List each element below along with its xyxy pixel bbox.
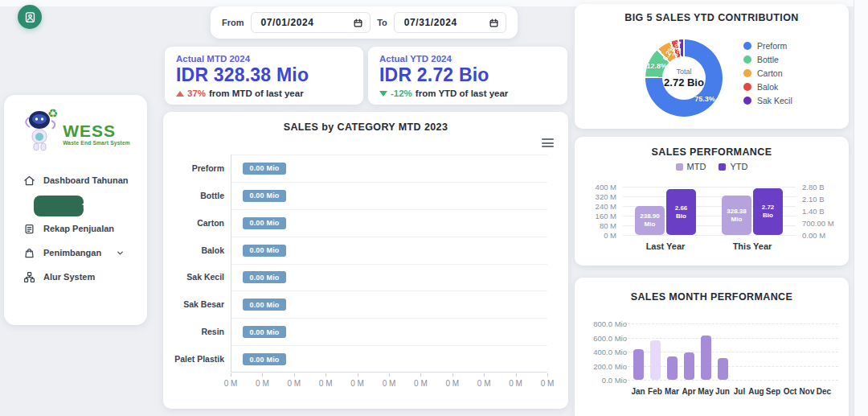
performance-bar-mtd-last-year: 238.90Mio	[635, 206, 665, 235]
left-axis-tick-label: 320 M	[581, 192, 616, 201]
left-axis-tick-label: 240 M	[581, 202, 616, 211]
robot-mascot-icon: ♻	[21, 106, 63, 156]
performance-bar-ytd-last-year: 2.66Bio	[666, 189, 696, 235]
sidebar-item-label: Dashboard Penjualan	[101, 195, 147, 214]
legend-label: YTD	[730, 162, 747, 171]
x-tick	[516, 373, 517, 377]
month-bar-feb	[650, 340, 661, 380]
y-axis-tick-label: 0.0 Mio	[585, 376, 627, 385]
month-bar-jan	[633, 349, 644, 380]
sales-month-performance-card: SALES MONTH PERFORMANCE 800.0 Mio600.0 M…	[575, 278, 849, 416]
calendar-icon[interactable]	[353, 18, 363, 28]
month-label: Jul	[734, 387, 745, 396]
x-tick-label: 0 M	[319, 379, 333, 388]
category-label: Carton	[163, 209, 224, 237]
kpi-ytd-delta: -12% from YTD of last year	[379, 89, 556, 98]
category-row: 0.00 Mio	[231, 182, 547, 209]
legend-label: Sak Kecil	[757, 96, 792, 105]
performance-legend: MTDYTD	[575, 161, 849, 172]
sidebar-item-label: Dashboard Tahunan	[43, 175, 129, 185]
calendar-icon[interactable]	[489, 18, 499, 28]
category-value-badge: 0.00 Mio	[243, 271, 286, 283]
legend-item-sak-kecil[interactable]: Sak Kecil	[743, 93, 792, 107]
category-row: 0.00 Mio	[231, 237, 547, 264]
category-value-badge: 0.00 Mio	[243, 163, 286, 175]
bag-icon	[23, 247, 35, 259]
category-row: 0.00 Mio	[231, 209, 547, 237]
sidebar-item-label: Rekap Penjualan	[43, 224, 114, 233]
scrollbar-rail[interactable]	[854, 0, 868, 416]
category-value-badge: 0.00 Mio	[243, 190, 286, 202]
arrow-up-icon	[176, 91, 184, 97]
kpi-ytd-delta-text: from YTD of last year	[416, 89, 508, 98]
legend-item-ytd[interactable]: YTD	[719, 161, 747, 172]
logo-subtitle: Waste End Smart System	[63, 140, 130, 146]
legend-item-carton[interactable]: Carton	[743, 66, 792, 80]
sidebar-item-rekap-penjualan[interactable]: Rekap Penjualan	[4, 216, 147, 241]
legend-dot	[743, 42, 751, 50]
sidebar-menu: Dashboard TahunanDashboard PenjualanReka…	[4, 168, 147, 289]
right-axis-tick-label: 2.80 B	[802, 183, 824, 192]
date-to-input[interactable]: 07/31/2024	[394, 12, 506, 33]
legend-item-bottle[interactable]: Bottle	[743, 52, 792, 66]
legend-label: Bottle	[757, 55, 779, 64]
performance-category-label: This Year	[716, 241, 788, 251]
performance-bar-mtd-this-year: 328.38Mio	[722, 196, 751, 235]
x-tick-label: 0 M	[256, 379, 269, 388]
donut-slice-label: 75.3%	[694, 95, 715, 103]
chart-menu-icon[interactable]	[542, 138, 554, 147]
y-axis-tick-label: 800.0 Mio	[585, 319, 627, 328]
category-row: 0.00 Mio	[231, 345, 547, 373]
recycle-glyph: ♻	[47, 106, 58, 120]
x-tick	[452, 373, 453, 377]
sales-by-category-card: SALES by CATEGORY MTD 2023 PreformBottle…	[163, 112, 568, 409]
date-from-input[interactable]: 07/01/2024	[251, 12, 371, 33]
month-label: Aug	[748, 387, 764, 396]
month-label: Nov	[800, 387, 815, 396]
kpi-ytd-value: IDR 2.72 Bio	[379, 64, 556, 86]
y-axis-tick-label: 400.0 Mio	[585, 348, 627, 356]
x-tick	[326, 373, 326, 377]
sidebar-item-label: Penimbangan	[43, 248, 101, 257]
x-tick-label: 0 M	[414, 379, 428, 388]
performance-category-label: Last Year	[629, 241, 702, 251]
user-avatar-button[interactable]	[18, 5, 42, 29]
legend-item-preform[interactable]: Preform	[743, 39, 792, 52]
x-tick	[420, 373, 421, 377]
big5-contribution-card: BIG 5 SALES YTD CONTRIBUTION Total 2.72 …	[575, 4, 849, 129]
legend-label: Balok	[757, 82, 778, 92]
x-tick-label: 0 M	[350, 379, 364, 388]
donut-legend: PreformBottleCartonBalokSak Kecil	[743, 39, 792, 107]
month-label: Feb	[648, 387, 662, 396]
gridline	[623, 187, 796, 187]
legend-dot	[743, 97, 751, 105]
x-tick	[262, 373, 263, 377]
legend-dot	[743, 69, 751, 77]
x-tick	[389, 373, 390, 377]
category-row: 0.00 Mio	[231, 290, 547, 318]
category-value-badge: 0.00 Mio	[243, 353, 286, 365]
donut-chart: Total 2.72 Bio 75.3%12.8%6.2%3.3%	[645, 39, 723, 117]
category-label: Palet Plastik	[163, 345, 224, 373]
x-tick	[231, 373, 231, 377]
logo-title: WESS	[63, 122, 130, 139]
category-row: 0.00 Mio	[231, 154, 547, 182]
chevron-down-icon[interactable]	[116, 249, 125, 257]
gridline	[628, 323, 838, 324]
left-axis-tick-label: 0 M	[581, 231, 616, 240]
category-label: Sak Kecil	[163, 264, 224, 291]
x-tick-label: 0 M	[287, 379, 301, 388]
sidebar-item-alur-system[interactable]: Alur System	[4, 265, 147, 289]
legend-label: MTD	[687, 162, 706, 171]
report-icon	[23, 223, 35, 235]
sidebar-item-dashboard-penjualan[interactable]: Dashboard Penjualan	[4, 192, 147, 216]
kpi-mtd-delta-text: from MTD of last year	[209, 89, 304, 98]
date-from-value: 07/01/2024	[261, 17, 314, 28]
y-axis-tick-label: 600.0 Mio	[585, 333, 627, 342]
legend-item-balok[interactable]: Balok	[743, 80, 792, 93]
legend-item-mtd[interactable]: MTD	[676, 161, 706, 172]
sidebar-item-dashboard-tahunan[interactable]: Dashboard Tahunan	[4, 168, 147, 192]
sidebar-item-penimbangan[interactable]: Penimbangan	[4, 241, 147, 265]
x-tick-label: 0 M	[541, 379, 555, 388]
home-icon	[23, 175, 35, 187]
